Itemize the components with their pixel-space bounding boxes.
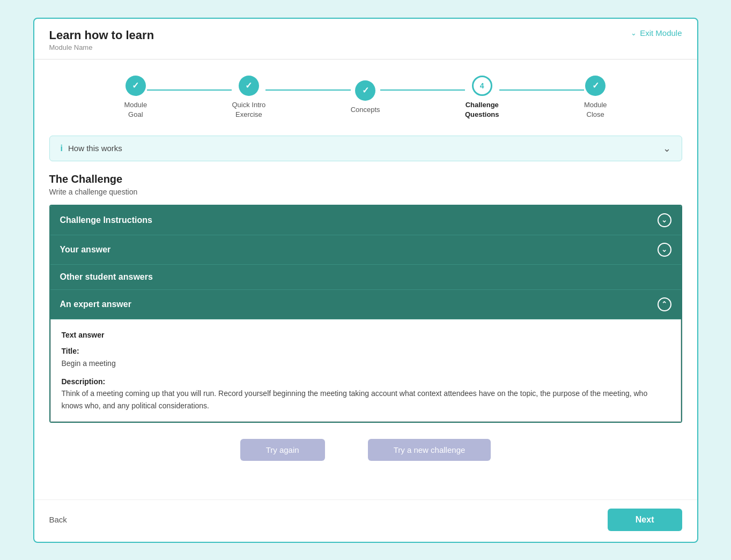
progress-section: ModuleGoal Quick IntroExercise Concepts (34, 59, 697, 130)
footer: Back Next (34, 499, 697, 542)
expert-answer-content: Text answer Title: Begin a meeting Descr… (50, 319, 681, 422)
try-new-challenge-button[interactable]: Try a new challenge (368, 439, 491, 461)
expert-answer-desc-value: Think of a meeting coming up that you wi… (62, 387, 670, 412)
accordion-other-answers-label: Other student answers (60, 272, 153, 282)
step-1-label: ModuleGoal (124, 100, 147, 120)
accordion-expert-answer[interactable]: An expert answer ⌃ (50, 290, 681, 319)
exit-module-button[interactable]: ⌄ Exit Module (631, 28, 682, 38)
accordion-expert-answer-label: An expert answer (60, 300, 131, 309)
step-3-label: Concepts (351, 105, 380, 115)
challenge-title: The Challenge (49, 173, 682, 185)
step-4: 4 ChallengeQuestions (465, 76, 499, 120)
expert-answer-title-label: Title: (62, 345, 670, 357)
step-2-circle[interactable] (239, 76, 259, 96)
step-3-check-icon (362, 85, 369, 95)
challenge-subtitle: Write a challenge question (49, 188, 682, 196)
how-it-works-label: How this works (68, 144, 122, 153)
accordion-your-answer-label: Your answer (60, 245, 111, 255)
modal-container: Learn how to learn Module Name ⌄ Exit Mo… (33, 18, 698, 543)
accordion-instructions-chevron-icon: ⌄ (658, 213, 671, 227)
expert-answer-desc-label: Description: (62, 376, 670, 387)
step-line-1 (147, 89, 232, 91)
step-1: ModuleGoal (124, 76, 147, 120)
header-left: Learn how to learn Module Name (49, 28, 154, 51)
step-1-check-icon (132, 80, 139, 91)
step-4-circle[interactable]: 4 (472, 76, 492, 96)
back-button[interactable]: Back (49, 515, 67, 524)
module-name: Module Name (49, 43, 154, 51)
steps-container: ModuleGoal Quick IntroExercise Concepts (124, 76, 607, 120)
step-2-check-icon (245, 80, 252, 91)
how-it-works-chevron-icon: ⌄ (663, 143, 671, 154)
accordion-your-answer-chevron-icon: ⌄ (658, 243, 671, 257)
header: Learn how to learn Module Name ⌄ Exit Mo… (34, 19, 697, 59)
step-3-circle[interactable] (355, 80, 375, 101)
action-buttons: Try again Try a new challenge (34, 428, 697, 472)
step-line-4 (499, 89, 584, 91)
info-icon: i (61, 144, 63, 153)
accordion-instructions[interactable]: Challenge Instructions ⌄ (50, 206, 681, 235)
challenge-accordion: Challenge Instructions ⌄ Your answer ⌄ O… (49, 205, 682, 423)
step-1-circle[interactable] (125, 76, 146, 96)
challenge-section: The Challenge Write a challenge question… (34, 161, 697, 428)
step-4-label: ChallengeQuestions (465, 100, 499, 120)
next-button[interactable]: Next (608, 509, 682, 531)
step-line-2 (265, 89, 350, 91)
try-again-button[interactable]: Try again (240, 439, 325, 461)
step-5-check-icon (592, 80, 599, 91)
module-title: Learn how to learn (49, 28, 154, 42)
exit-chevron-icon: ⌄ (631, 29, 637, 37)
step-5-label: ModuleClose (584, 100, 607, 120)
step-5: ModuleClose (584, 76, 607, 120)
accordion-instructions-label: Challenge Instructions (60, 215, 152, 225)
step-2-label: Quick IntroExercise (232, 100, 265, 120)
accordion-your-answer[interactable]: Your answer ⌄ (50, 235, 681, 265)
step-2: Quick IntroExercise (232, 76, 265, 120)
how-it-works-banner[interactable]: i How this works ⌄ (49, 136, 682, 161)
accordion-expert-answer-chevron-icon: ⌃ (658, 297, 671, 311)
how-it-works-left: i How this works (61, 144, 122, 153)
expert-answer-title-value: Begin a meeting (62, 357, 670, 369)
expert-answer-type: Text answer (62, 329, 670, 341)
step-5-circle[interactable] (585, 76, 606, 96)
step-line-3 (380, 89, 465, 91)
step-3: Concepts (351, 80, 380, 115)
exit-module-label: Exit Module (640, 28, 682, 38)
accordion-other-answers[interactable]: Other student answers (50, 265, 681, 290)
